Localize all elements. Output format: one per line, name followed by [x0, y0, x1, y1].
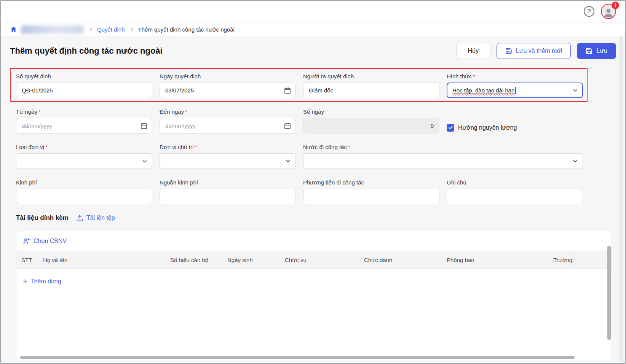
field-label: Hình thức [447, 73, 472, 79]
chevron-right-icon [129, 27, 134, 32]
required-marker: * [38, 108, 41, 115]
decision-form: Số quyết định Ngày quyết định Ngư [16, 73, 583, 204]
field-label: Loại đơn vị [16, 144, 44, 150]
required-marker: * [348, 144, 350, 150]
user-menu[interactable]: ! [601, 4, 616, 19]
field-phuong-tien: Phương tiện đi công tác [303, 179, 439, 204]
kinh-phi-input[interactable] [16, 189, 152, 204]
field-label: Nguồn kinh phí [160, 179, 296, 186]
field-den-ngay: Đến ngày* [160, 108, 296, 134]
column-header-pinned-empty [573, 251, 612, 269]
hinh-thuc-combobox[interactable]: Học tập, đào tạo dài hạn [447, 83, 583, 98]
required-marker: * [185, 108, 187, 115]
field-huong-nguyen-luong[interactable]: Hưởng nguyên lương [447, 108, 583, 134]
field-kinh-phi: Kinh phí [16, 179, 152, 204]
upload-icon [76, 215, 83, 222]
breadcrumb: Quyết định Thêm quyết định công tác nước… [1, 22, 625, 37]
field-nguoi-ra-quyet-dinh: Người ra quyết định [303, 73, 439, 98]
topbar: ? ! [1, 1, 625, 22]
save-label: Lưu [596, 48, 607, 54]
add-row-button[interactable]: + Thêm dòng [23, 278, 61, 285]
attachments-title: Tài liệu đính kèm [16, 214, 69, 222]
so-ngay-input [303, 118, 439, 134]
field-label: Đến ngày [160, 108, 184, 115]
app-window: ? ! Quyết định Thêm quyết định công tác … [0, 0, 626, 364]
person-add-icon [23, 237, 30, 245]
field-label: Phương tiện đi công tác [303, 179, 439, 186]
column-header-chuc-danh: Chức danh [359, 251, 442, 269]
field-label: Đơn vị chủ trì [160, 144, 194, 150]
table-body: + Thêm dòng [16, 269, 612, 286]
person-icon [603, 7, 614, 18]
upload-file-button[interactable]: Tải lên tệp [76, 215, 115, 222]
field-label: Từ ngày [16, 108, 37, 115]
action-buttons: Hủy Lưu và thêm mới Lưu [456, 43, 616, 59]
save-and-new-button[interactable]: Lưu và thêm mới [497, 43, 571, 59]
table-vertical-scrollbar[interactable] [607, 246, 611, 340]
upload-label: Tải lên tệp [86, 215, 115, 221]
save-icon [505, 48, 512, 54]
save-button[interactable]: Lưu [577, 43, 616, 59]
nguon-kinh-phi-input[interactable] [160, 189, 296, 204]
ghi-chu-input[interactable] [447, 189, 583, 204]
save-and-new-label: Lưu và thêm mới [516, 48, 562, 54]
hinh-thuc-value: Học tập, đào tạo dài hạn [452, 87, 514, 94]
checkbox-label: Hưởng nguyên lương [458, 124, 517, 131]
breadcrumb-item-blurred[interactable] [21, 25, 84, 34]
field-label: Kinh phí [16, 179, 152, 186]
field-so-ngay: Số ngày [303, 108, 439, 134]
select-employee-button[interactable]: Chọn CBNV [23, 237, 67, 245]
save-icon [586, 48, 592, 54]
field-label: Người ra quyết định [303, 73, 439, 80]
field-nguon-kinh-phi: Nguồn kinh phí [160, 179, 296, 204]
table-horizontal-scrollbar[interactable] [20, 356, 575, 359]
field-so-quyet-dinh: Số quyết định [16, 73, 152, 98]
required-marker: * [195, 144, 197, 150]
page-title: Thêm quyết định công tác nước ngoài [10, 46, 163, 56]
ngay-quyet-dinh-input[interactable] [160, 83, 296, 98]
field-label: Nước đi công tác [303, 144, 347, 150]
main-content: Thêm quyết định công tác nước ngoài Hủy … [1, 37, 625, 363]
column-header-stt: STT [16, 251, 38, 269]
home-icon[interactable] [10, 26, 17, 33]
required-marker: * [45, 144, 48, 150]
column-header-ho-va-ten: Họ và tên [38, 251, 165, 269]
page-scrollbar[interactable] [620, 37, 623, 362]
help-button[interactable]: ? [584, 6, 594, 17]
column-header-truong-doan: Trưởng đoàn [548, 251, 573, 269]
table-header-row: STT Họ và tên Số hiệu cán bộ Ngày sinh C… [16, 251, 612, 269]
required-marker: * [473, 73, 475, 79]
check-icon [448, 125, 453, 130]
breadcrumb-item-quyet-dinh[interactable]: Quyết định [97, 26, 125, 33]
field-loai-don-vi: Loại đơn vị* [16, 143, 152, 169]
column-header-chuc-vu: Chức vụ [280, 251, 359, 269]
field-label: Ngày quyết định [160, 73, 296, 80]
field-don-vi-chu-tri: Đơn vị chủ trì* [160, 143, 296, 169]
select-employee-label: Chọn CBNV [34, 238, 67, 245]
field-ghi-chu: Ghi chú [447, 179, 583, 204]
help-icon: ? [587, 8, 591, 15]
field-label: Ghi chú [447, 179, 583, 186]
column-header-ngay-sinh: Ngày sinh [222, 251, 280, 269]
employee-table-card: Chọn CBNV STT Họ và tên Số hiệu cán bộ N… [16, 231, 612, 360]
don-vi-chu-tri-select[interactable] [160, 153, 296, 169]
field-hinh-thuc: Hình thức* Học tập, đào tạo dài hạn [447, 73, 583, 98]
notification-badge: ! [612, 2, 619, 9]
column-header-so-hieu: Số hiệu cán bộ [165, 251, 222, 269]
tu-ngay-input[interactable] [16, 118, 152, 134]
cancel-button[interactable]: Hủy [456, 43, 490, 59]
field-label: Số ngày [303, 108, 439, 116]
text-caret [515, 87, 516, 94]
den-ngay-input[interactable] [160, 118, 296, 134]
phuong-tien-input[interactable] [303, 189, 439, 204]
nguoi-ra-quyet-dinh-input[interactable] [303, 83, 439, 98]
column-header-phong-ban: Phòng ban [442, 251, 548, 269]
loai-don-vi-select[interactable] [16, 153, 152, 169]
so-quyet-dinh-input[interactable] [16, 83, 152, 98]
field-ngay-quyet-dinh: Ngày quyết định [160, 73, 296, 98]
breadcrumb-current: Thêm quyết định công tác nước ngoài [138, 26, 235, 33]
checkbox-checked[interactable] [447, 124, 454, 132]
nuoc-di-cong-tac-select[interactable] [303, 153, 583, 169]
field-label: Số quyết định [16, 73, 152, 80]
add-row-label: Thêm dòng [30, 278, 61, 285]
